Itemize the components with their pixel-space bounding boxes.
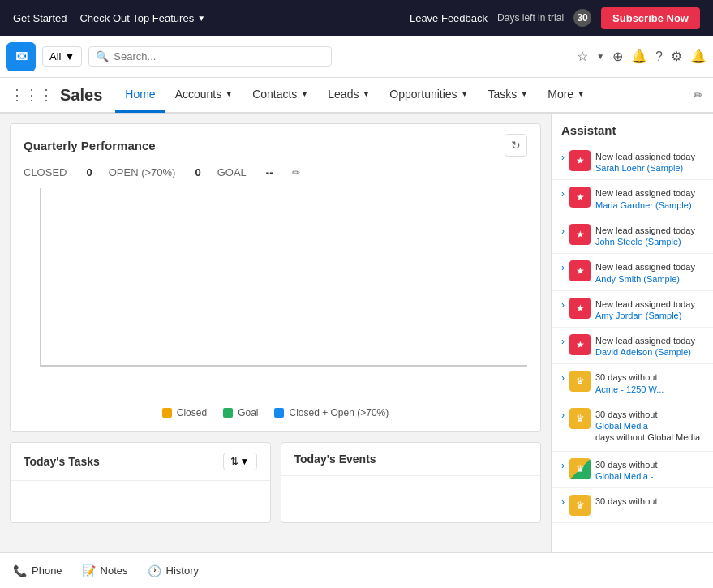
assist-link-2[interactable]: John Steele (Sample) bbox=[595, 237, 695, 247]
legend-dot-goal bbox=[223, 408, 233, 418]
assist-link-7[interactable]: Global Media - bbox=[595, 421, 700, 431]
assist-chevron-0: › bbox=[561, 152, 565, 163]
nav-item-opportunities[interactable]: Opportunities ▼ bbox=[380, 77, 478, 113]
assistant-item-5[interactable]: › ★ New lead assigned today David Adelso… bbox=[552, 328, 713, 364]
assist-star-icon-1: ★ bbox=[569, 187, 591, 208]
assistant-item-8[interactable]: › ♛ 30 days without Global Media - bbox=[552, 452, 713, 488]
grid-icon[interactable]: ⋮⋮⋮ bbox=[10, 86, 54, 104]
help-icon[interactable]: ? bbox=[655, 49, 663, 64]
history-toolbar-item[interactable]: 🕐 History bbox=[148, 564, 199, 577]
assistant-title: Assistant bbox=[552, 114, 713, 144]
nav-item-leads[interactable]: Leads ▼ bbox=[318, 77, 380, 113]
assistant-item-4[interactable]: › ★ New lead assigned today Amy Jordan (… bbox=[552, 291, 713, 328]
assist-text-9: 30 days without bbox=[595, 496, 657, 506]
open-value: 0 bbox=[195, 166, 200, 178]
history-icon: 🕐 bbox=[148, 564, 161, 577]
goal-value: -- bbox=[266, 166, 273, 178]
assistant-item-3[interactable]: › ★ New lead assigned today Andy Smith (… bbox=[552, 254, 713, 290]
contacts-chevron-icon: ▼ bbox=[300, 89, 308, 98]
assistant-item-9[interactable]: › ♛ 30 days without bbox=[552, 488, 713, 523]
notes-toolbar-item[interactable]: 📝 Notes bbox=[82, 564, 128, 577]
assist-chevron-6: › bbox=[561, 372, 565, 384]
assist-content-5: New lead assigned today David Adelson (S… bbox=[595, 334, 695, 357]
assist-content-0: New lead assigned today Sarah Loehr (Sam… bbox=[595, 150, 695, 173]
assist-content-8: 30 days without Global Media - bbox=[595, 458, 657, 481]
assist-link-4[interactable]: Amy Jordan (Sample) bbox=[595, 311, 695, 320]
notes-icon: 📝 bbox=[82, 564, 96, 577]
phone-label: Phone bbox=[32, 564, 62, 577]
add-icon[interactable]: ⊕ bbox=[612, 49, 623, 64]
assist-link-1[interactable]: Maria Gardner (Sample) bbox=[595, 200, 695, 210]
sort-tasks-button[interactable]: ⇅ ▼ bbox=[223, 453, 257, 470]
assist-link-8[interactable]: Global Media - bbox=[595, 471, 657, 481]
assist-content-3: New lead assigned today Andy Smith (Samp… bbox=[595, 260, 695, 283]
bookmark-icon[interactable]: ☆ bbox=[577, 49, 588, 64]
legend-label-goal: Goal bbox=[238, 407, 258, 418]
extra-text-7: days without Global Media bbox=[595, 432, 700, 442]
assistant-item-6[interactable]: › ♛ 30 days without Acme - 1250 W... bbox=[552, 364, 713, 401]
assist-star-icon-0: ★ bbox=[569, 150, 591, 171]
more-chevron-icon: ▼ bbox=[577, 89, 585, 98]
assist-content-7: 30 days without Global Media - days with… bbox=[595, 408, 700, 444]
perf-stats: CLOSED 0 OPEN (>70%) 0 GOAL -- ✏ bbox=[11, 163, 540, 188]
nav-item-tasks[interactable]: Tasks ▼ bbox=[479, 77, 539, 113]
assist-star-icon-3: ★ bbox=[569, 260, 591, 281]
assistant-item-7[interactable]: › ♛ 30 days without Global Media - days … bbox=[552, 401, 713, 452]
app-icon[interactable]: ✉ bbox=[6, 42, 36, 71]
quarterly-performance-title: Quarterly Performance bbox=[24, 139, 156, 152]
assist-link-5[interactable]: David Adelson (Sample) bbox=[595, 347, 695, 357]
trial-days-badge: 30 bbox=[573, 9, 591, 27]
assist-crown-icon-9: ♛ bbox=[569, 495, 591, 516]
assist-content-4: New lead assigned today Amy Jordan (Samp… bbox=[595, 298, 695, 320]
alerts-icon[interactable]: 🔔 bbox=[631, 49, 647, 64]
bookmark-dropdown-icon[interactable]: ▼ bbox=[596, 52, 604, 61]
history-label: History bbox=[166, 564, 199, 577]
get-started-link[interactable]: Get Started bbox=[13, 12, 67, 24]
subscribe-button[interactable]: Subscribe Now bbox=[601, 7, 700, 29]
settings-icon[interactable]: ⚙ bbox=[671, 49, 682, 64]
search-input[interactable] bbox=[114, 50, 324, 62]
assistant-item-2[interactable]: › ★ New lead assigned today John Steele … bbox=[552, 217, 713, 254]
nav-item-more[interactable]: More ▼ bbox=[538, 77, 595, 113]
assist-mixed-icon-8: ♛ bbox=[569, 458, 591, 479]
search-bar: 🔍 bbox=[88, 46, 332, 67]
check-features-button[interactable]: Check Out Top Features ▼ bbox=[79, 12, 205, 24]
nav-item-accounts[interactable]: Accounts ▼ bbox=[165, 77, 243, 113]
assist-link-3[interactable]: Andy Smith (Sample) bbox=[595, 274, 695, 284]
all-label: All bbox=[49, 50, 61, 62]
bell-icon[interactable]: 🔔 bbox=[690, 49, 707, 64]
legend-item-closed: Closed bbox=[162, 407, 207, 418]
chart-inner bbox=[40, 188, 527, 367]
chart-legend: Closed Goal Closed + Open (>70%) bbox=[11, 399, 540, 431]
bottom-toolbar: 📞 Phone 📝 Notes 🕐 History bbox=[0, 552, 713, 588]
chart-area bbox=[11, 188, 540, 399]
leave-feedback-link[interactable]: Leave Feedback bbox=[410, 12, 488, 24]
goal-edit-icon[interactable]: ✏ bbox=[292, 167, 300, 178]
assist-link-0[interactable]: Sarah Loehr (Sample) bbox=[595, 163, 695, 173]
phone-icon: 📞 bbox=[13, 564, 27, 577]
legend-label-closed-open: Closed + Open (>70%) bbox=[289, 407, 389, 418]
phone-toolbar-item[interactable]: 📞 Phone bbox=[13, 564, 62, 577]
open-label: OPEN (>70%) bbox=[109, 166, 176, 178]
edit-nav-icon[interactable]: ✏ bbox=[694, 88, 703, 101]
assistant-item-0[interactable]: › ★ New lead assigned today Sarah Loehr … bbox=[552, 144, 713, 180]
all-select-dropdown[interactable]: All ▼ bbox=[42, 46, 82, 67]
assist-chevron-1: › bbox=[561, 188, 565, 200]
assist-crown-icon-7: ♛ bbox=[569, 408, 591, 429]
assist-text-4: New lead assigned today bbox=[595, 299, 695, 309]
nav-item-home[interactable]: Home bbox=[115, 77, 165, 113]
todays-tasks-title: Today's Tasks bbox=[24, 455, 100, 468]
assist-star-icon-4: ★ bbox=[569, 298, 591, 319]
assist-link-6[interactable]: Acme - 1250 W... bbox=[595, 384, 664, 394]
notes-label: Notes bbox=[101, 564, 128, 577]
assist-text-3: New lead assigned today bbox=[595, 262, 695, 272]
assistant-item-1[interactable]: › ★ New lead assigned today Maria Gardne… bbox=[552, 180, 713, 217]
refresh-button[interactable]: ↻ bbox=[505, 134, 527, 157]
legend-item-closed-open: Closed + Open (>70%) bbox=[274, 407, 389, 418]
nav-item-contacts[interactable]: Contacts ▼ bbox=[243, 77, 318, 113]
quarterly-performance-card: Quarterly Performance ↻ CLOSED 0 OPEN (>… bbox=[10, 123, 541, 432]
check-features-chevron-icon: ▼ bbox=[197, 14, 205, 23]
assist-text-2: New lead assigned today bbox=[595, 225, 695, 235]
assist-chevron-5: › bbox=[561, 336, 565, 347]
check-features-label: Check Out Top Features bbox=[79, 12, 194, 24]
